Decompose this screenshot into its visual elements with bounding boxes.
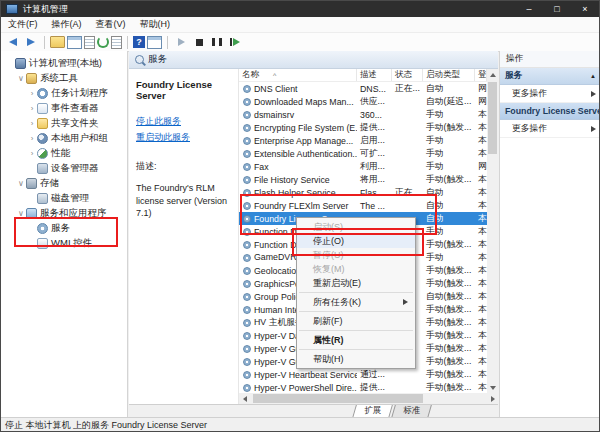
service-row[interactable]: Enterprise App Manage... 启用... 手动 本 [239, 134, 487, 147]
context-menu-item[interactable] [299, 292, 413, 293]
refresh-icon[interactable] [97, 36, 109, 48]
stop-service-icon[interactable] [191, 35, 207, 49]
scroll-up-icon[interactable] [487, 69, 498, 80]
tree-item[interactable]: › 共享文件夹 [1, 116, 127, 131]
service-startup-type: 手动 [423, 226, 475, 238]
close-button[interactable]: × [571, 1, 599, 17]
scroll-right-icon[interactable] [487, 393, 498, 404]
menu-item[interactable]: 文件(F) [1, 18, 45, 31]
menu-item[interactable]: 帮助(H) [133, 18, 178, 31]
actions-section-header[interactable]: Foundry License Server ▲ [500, 103, 600, 120]
forward-icon[interactable] [23, 35, 39, 49]
context-menu-item[interactable] [299, 311, 413, 312]
column-header[interactable]: 名称 ^ [239, 69, 357, 81]
tree-item[interactable]: › 事件查看器 [1, 101, 127, 116]
context-menu-item[interactable]: 启动(S) [297, 220, 415, 234]
context-menu-item[interactable]: 所有任务(K) [297, 295, 415, 309]
service-row[interactable]: Extensible Authentication... 可扩... 手动 本 [239, 147, 487, 160]
actions-section-header[interactable]: 服务 ▲ [500, 68, 600, 85]
service-gear-icon [243, 215, 251, 223]
service-row[interactable]: Hyper-V Heartbeat Service 通过... 手动(触发...… [239, 368, 487, 381]
expander-icon[interactable]: › [27, 89, 37, 98]
minimize-button[interactable]: – [515, 1, 543, 17]
tree-item[interactable]: › 本地用户和组 [1, 131, 127, 146]
context-menu-item[interactable]: 刷新(F) [297, 314, 415, 328]
restart-service-icon[interactable] [227, 35, 243, 49]
context-menu-item[interactable]: 暂停(U) [297, 248, 415, 262]
expander-icon[interactable]: › [27, 149, 37, 158]
scroll-down-icon[interactable] [487, 382, 498, 393]
tree-item[interactable]: 磁盘管理 [1, 191, 127, 206]
menu-item[interactable]: 操作(A) [45, 18, 89, 31]
horizontal-scrollbar[interactable] [239, 393, 498, 404]
tree-item[interactable]: 计算机管理(本地) [1, 56, 127, 71]
column-header[interactable]: 登 [475, 69, 487, 81]
service-row[interactable]: File History Service 将用... 手动(触发... 本 [239, 173, 487, 186]
service-row[interactable]: Encrypting File System (E... 提供... 手动(触发… [239, 121, 487, 134]
column-header[interactable]: 描述 [357, 69, 392, 81]
tree-item[interactable]: ∨ 系统工具 [1, 71, 127, 86]
up-level-icon[interactable] [50, 36, 65, 48]
tree-item[interactable]: 设备管理器 [1, 161, 127, 176]
vertical-scroll-thumb[interactable] [488, 82, 497, 154]
expander-icon[interactable]: › [27, 104, 37, 113]
vertical-scrollbar[interactable] [487, 69, 498, 393]
show-console-tree-icon[interactable] [67, 36, 82, 49]
service-row[interactable]: Flash Helper Service Flas... 正在... 自动 本 [239, 186, 487, 199]
context-menu-item[interactable]: 帮助(H) [297, 352, 415, 366]
separator-icon [167, 36, 168, 49]
service-desc: 供应... [357, 96, 392, 108]
service-row[interactable]: DNS Client DNS... 正在... 自动 网 [239, 82, 487, 95]
context-menu-item[interactable]: 停止(O) [297, 234, 415, 248]
service-status: 正在... [392, 187, 423, 199]
tree-item[interactable]: › 性能 [1, 146, 127, 161]
show-window-icon[interactable] [147, 36, 162, 49]
help-icon[interactable]: ? [133, 36, 145, 48]
service-row[interactable]: dsmainsrv 360... 手动 本 [239, 108, 487, 121]
service-startup-type: 手动 [423, 148, 475, 160]
expander-icon[interactable]: ∨ [16, 209, 26, 218]
expander-icon[interactable]: › [27, 119, 37, 128]
context-menu-item[interactable]: 恢复(M) [297, 262, 415, 276]
tree-item[interactable]: ∨ 存储 [1, 176, 127, 191]
start-service-icon[interactable] [173, 35, 189, 49]
context-menu-item[interactable]: 属性(R) [297, 333, 415, 347]
context-menu-item[interactable] [299, 349, 413, 350]
service-row[interactable]: Hyper-V PowerShell Dire... 提供... 手动(触发..… [239, 381, 487, 393]
more-actions-item[interactable]: 更多操作 [500, 85, 600, 103]
view-tabs: 扩展 标准 [129, 404, 498, 417]
collapse-icon[interactable]: ▲ [590, 73, 596, 79]
service-gear-icon [243, 163, 251, 171]
back-icon[interactable] [5, 35, 21, 49]
stop-service-link[interactable]: 停止此服务 [136, 115, 231, 128]
more-actions-item[interactable]: 更多操作 [500, 120, 600, 138]
service-row[interactable]: Fax 利用... 手动 网 [239, 160, 487, 173]
service-row[interactable]: Downloaded Maps Man... 供应... 自动(延迟... 网 [239, 95, 487, 108]
maximize-button[interactable]: □ [543, 1, 571, 17]
export-list-icon[interactable] [111, 36, 122, 49]
restart-service-link[interactable]: 重启动此服务 [136, 131, 231, 144]
pause-service-icon[interactable] [209, 35, 225, 49]
expander-icon[interactable]: ∨ [16, 74, 26, 83]
column-header[interactable]: 启动类型 [423, 69, 475, 81]
expander-icon[interactable]: › [27, 134, 37, 143]
expander-icon[interactable]: ∨ [16, 179, 26, 188]
context-menu-item[interactable]: 重新启动(E) [297, 276, 415, 290]
tree-item[interactable]: WMI 控件 [1, 236, 127, 251]
tree-item[interactable]: 服务 [1, 221, 127, 236]
tree-item[interactable]: ∨ 服务和应用程序 [1, 206, 127, 221]
service-logon-as: 本 [475, 226, 487, 238]
column-header[interactable]: 状态 [392, 69, 423, 81]
menu-bar: 文件(F) 操作(A) 查看(V) 帮助(H) [1, 17, 599, 33]
app-icon [6, 4, 18, 14]
service-row[interactable]: Foundry FLEXlm Server The ... 自动 本 [239, 199, 487, 212]
context-menu: 启动(S) 停止(O) 暂停(U) 恢复(M) 重新启动(E) 所有任务(K) … [296, 217, 416, 369]
menu-item[interactable]: 查看(V) [89, 18, 133, 31]
tree-item[interactable]: › 任务计划程序 [1, 86, 127, 101]
scroll-left-icon[interactable] [239, 393, 250, 404]
list-header: 名称 ^ 描述 状态 [239, 69, 487, 82]
context-menu-item[interactable] [299, 330, 413, 331]
properties-icon[interactable] [84, 36, 95, 49]
event-viewer-icon [37, 103, 48, 114]
horizontal-scroll-thumb[interactable] [253, 394, 423, 403]
